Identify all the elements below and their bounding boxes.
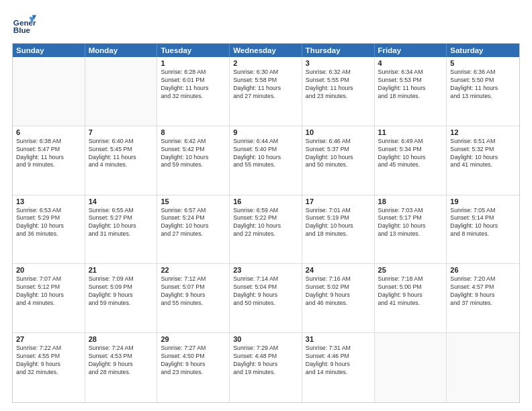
calendar-row-2: 6Sunrise: 6:38 AM Sunset: 5:47 PM Daylig… <box>13 126 519 195</box>
logo: General Blue <box>12 12 36 36</box>
weekday-header-monday: Monday <box>85 44 158 57</box>
calendar-cell-9: 9Sunrise: 6:44 AM Sunset: 5:40 PM Daylig… <box>230 126 302 195</box>
cell-info: Sunrise: 7:09 AM Sunset: 5:09 PM Dayligh… <box>89 275 154 308</box>
cell-day-number: 2 <box>233 59 298 67</box>
weekday-header-tuesday: Tuesday <box>157 44 230 57</box>
calendar-cell-3: 3Sunrise: 6:32 AM Sunset: 5:55 PM Daylig… <box>302 57 375 126</box>
cell-day-number: 17 <box>306 197 371 205</box>
cell-info: Sunrise: 7:20 AM Sunset: 4:57 PM Dayligh… <box>450 275 516 308</box>
calendar-row-1: 1Sunrise: 6:28 AM Sunset: 6:01 PM Daylig… <box>13 57 519 126</box>
cell-info: Sunrise: 7:05 AM Sunset: 5:14 PM Dayligh… <box>450 207 516 239</box>
weekday-header-thursday: Thursday <box>302 44 375 57</box>
cell-info: Sunrise: 7:07 AM Sunset: 5:12 PM Dayligh… <box>16 275 81 308</box>
cell-day-number: 3 <box>306 59 371 67</box>
calendar-cell-5: 5Sunrise: 6:36 AM Sunset: 5:50 PM Daylig… <box>447 57 519 126</box>
cell-day-number: 4 <box>378 59 443 67</box>
cell-day-number: 14 <box>89 197 154 205</box>
calendar-cell-11: 11Sunrise: 6:49 AM Sunset: 5:34 PM Dayli… <box>375 126 447 195</box>
cell-day-number: 28 <box>89 335 154 343</box>
cell-info: Sunrise: 6:57 AM Sunset: 5:24 PM Dayligh… <box>161 207 226 239</box>
cell-day-number: 12 <box>450 128 516 136</box>
cell-day-number: 31 <box>306 335 371 343</box>
cell-info: Sunrise: 6:53 AM Sunset: 5:29 PM Dayligh… <box>16 207 81 239</box>
cell-day-number: 16 <box>233 197 298 205</box>
cell-day-number: 20 <box>16 266 81 274</box>
calendar-cell-16: 16Sunrise: 6:59 AM Sunset: 5:22 PM Dayli… <box>230 195 302 264</box>
cell-info: Sunrise: 6:28 AM Sunset: 6:01 PM Dayligh… <box>161 68 226 101</box>
cell-info: Sunrise: 6:40 AM Sunset: 5:45 PM Dayligh… <box>89 138 154 170</box>
calendar-cell-28: 28Sunrise: 7:24 AM Sunset: 4:53 PM Dayli… <box>85 333 158 402</box>
calendar-cell-13: 13Sunrise: 6:53 AM Sunset: 5:29 PM Dayli… <box>13 195 85 264</box>
cell-day-number: 24 <box>306 266 371 274</box>
cell-info: Sunrise: 7:29 AM Sunset: 4:48 PM Dayligh… <box>233 345 298 377</box>
cell-day-number: 13 <box>16 197 81 205</box>
weekday-header-friday: Friday <box>375 44 447 57</box>
page: General Blue SundayMondayTuesdayWednesda… <box>0 0 532 411</box>
calendar-cell-24: 24Sunrise: 7:16 AM Sunset: 5:02 PM Dayli… <box>302 264 375 332</box>
calendar-cell-2: 2Sunrise: 6:30 AM Sunset: 5:58 PM Daylig… <box>230 57 302 126</box>
cell-day-number: 5 <box>450 59 516 67</box>
calendar-cell-6: 6Sunrise: 6:38 AM Sunset: 5:47 PM Daylig… <box>13 126 85 195</box>
cell-day-number: 11 <box>378 128 443 136</box>
calendar-cell-17: 17Sunrise: 7:01 AM Sunset: 5:19 PM Dayli… <box>302 195 375 264</box>
cell-day-number: 22 <box>161 266 226 274</box>
calendar-body: 1Sunrise: 6:28 AM Sunset: 6:01 PM Daylig… <box>13 57 519 402</box>
cell-day-number: 8 <box>161 128 226 136</box>
cell-day-number: 19 <box>450 197 516 205</box>
cell-info: Sunrise: 6:30 AM Sunset: 5:58 PM Dayligh… <box>233 68 298 101</box>
cell-info: Sunrise: 7:27 AM Sunset: 4:50 PM Dayligh… <box>161 345 226 377</box>
calendar-cell-22: 22Sunrise: 7:12 AM Sunset: 5:07 PM Dayli… <box>157 264 230 332</box>
weekday-header-sunday: Sunday <box>13 44 85 57</box>
calendar-cell-8: 8Sunrise: 6:42 AM Sunset: 5:42 PM Daylig… <box>157 126 230 195</box>
cell-day-number: 18 <box>378 197 443 205</box>
cell-info: Sunrise: 7:22 AM Sunset: 4:55 PM Dayligh… <box>16 345 81 377</box>
calendar-cell-empty-0-1 <box>85 57 158 126</box>
cell-info: Sunrise: 6:55 AM Sunset: 5:27 PM Dayligh… <box>89 207 154 239</box>
cell-day-number: 26 <box>450 266 516 274</box>
calendar-cell-1: 1Sunrise: 6:28 AM Sunset: 6:01 PM Daylig… <box>157 57 230 126</box>
cell-day-number: 21 <box>89 266 154 274</box>
header: General Blue <box>12 12 520 36</box>
cell-info: Sunrise: 6:38 AM Sunset: 5:47 PM Dayligh… <box>16 138 81 170</box>
cell-info: Sunrise: 6:32 AM Sunset: 5:55 PM Dayligh… <box>306 68 371 101</box>
cell-day-number: 15 <box>161 197 226 205</box>
calendar-cell-31: 31Sunrise: 7:31 AM Sunset: 4:46 PM Dayli… <box>302 333 375 402</box>
cell-info: Sunrise: 6:51 AM Sunset: 5:32 PM Dayligh… <box>450 138 516 170</box>
calendar-cell-25: 25Sunrise: 7:18 AM Sunset: 5:00 PM Dayli… <box>375 264 447 332</box>
weekday-header-saturday: Saturday <box>447 44 519 57</box>
calendar-cell-19: 19Sunrise: 7:05 AM Sunset: 5:14 PM Dayli… <box>447 195 519 264</box>
svg-text:Blue: Blue <box>13 26 31 34</box>
cell-info: Sunrise: 6:49 AM Sunset: 5:34 PM Dayligh… <box>378 138 443 170</box>
calendar-cell-7: 7Sunrise: 6:40 AM Sunset: 5:45 PM Daylig… <box>85 126 158 195</box>
cell-day-number: 1 <box>161 59 226 67</box>
cell-day-number: 30 <box>233 335 298 343</box>
calendar-cell-27: 27Sunrise: 7:22 AM Sunset: 4:55 PM Dayli… <box>13 333 85 402</box>
cell-day-number: 29 <box>161 335 226 343</box>
calendar-cell-29: 29Sunrise: 7:27 AM Sunset: 4:50 PM Dayli… <box>157 333 230 402</box>
weekday-header-wednesday: Wednesday <box>230 44 302 57</box>
cell-info: Sunrise: 6:46 AM Sunset: 5:37 PM Dayligh… <box>306 138 371 170</box>
cell-info: Sunrise: 6:42 AM Sunset: 5:42 PM Dayligh… <box>161 138 226 170</box>
cell-info: Sunrise: 6:44 AM Sunset: 5:40 PM Dayligh… <box>233 138 298 170</box>
cell-day-number: 27 <box>16 335 81 343</box>
logo-icon: General Blue <box>12 12 36 36</box>
calendar-cell-12: 12Sunrise: 6:51 AM Sunset: 5:32 PM Dayli… <box>447 126 519 195</box>
cell-day-number: 7 <box>89 128 154 136</box>
calendar-cell-empty-4-5 <box>375 333 447 402</box>
cell-day-number: 23 <box>233 266 298 274</box>
calendar-cell-empty-4-6 <box>447 333 519 402</box>
calendar-cell-26: 26Sunrise: 7:20 AM Sunset: 4:57 PM Dayli… <box>447 264 519 332</box>
cell-info: Sunrise: 7:03 AM Sunset: 5:17 PM Dayligh… <box>378 207 443 239</box>
cell-info: Sunrise: 7:31 AM Sunset: 4:46 PM Dayligh… <box>306 345 371 377</box>
calendar-cell-14: 14Sunrise: 6:55 AM Sunset: 5:27 PM Dayli… <box>85 195 158 264</box>
calendar-cell-18: 18Sunrise: 7:03 AM Sunset: 5:17 PM Dayli… <box>375 195 447 264</box>
calendar-cell-4: 4Sunrise: 6:34 AM Sunset: 5:53 PM Daylig… <box>375 57 447 126</box>
cell-info: Sunrise: 7:24 AM Sunset: 4:53 PM Dayligh… <box>89 345 154 377</box>
calendar-cell-empty-0-0 <box>13 57 85 126</box>
cell-info: Sunrise: 7:16 AM Sunset: 5:02 PM Dayligh… <box>306 275 371 308</box>
cell-info: Sunrise: 7:01 AM Sunset: 5:19 PM Dayligh… <box>306 207 371 239</box>
cell-info: Sunrise: 6:36 AM Sunset: 5:50 PM Dayligh… <box>450 68 516 101</box>
cell-info: Sunrise: 7:18 AM Sunset: 5:00 PM Dayligh… <box>378 275 443 308</box>
calendar-cell-10: 10Sunrise: 6:46 AM Sunset: 5:37 PM Dayli… <box>302 126 375 195</box>
cell-day-number: 10 <box>306 128 371 136</box>
